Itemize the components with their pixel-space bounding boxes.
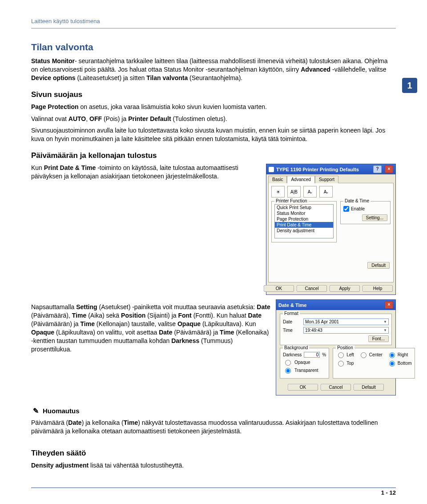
note-icon: ✎ — [31, 406, 40, 415]
date-dropdown[interactable]: Mon.16 Apr 2001▼ — [303, 319, 389, 325]
term-date: Date — [257, 303, 270, 310]
setting-button[interactable]: Setting... — [362, 214, 387, 221]
text: (Läpikuultava). Kun — [201, 320, 256, 327]
transparent-label: Transparent — [294, 368, 318, 373]
apply-button[interactable]: Apply — [330, 285, 360, 292]
transparent-radio[interactable] — [285, 368, 291, 374]
para-tilan-valvonta: Status Monitor- seurantaohjelma tarkkail… — [31, 57, 396, 82]
date-label: Date — [283, 319, 301, 324]
bottom-label: Bottom — [398, 361, 412, 366]
group-label: Printer Function — [274, 198, 309, 203]
list-item[interactable]: Page Protection — [275, 216, 333, 222]
term-off: OFF — [89, 115, 102, 122]
time-value: 19:49:43 — [305, 328, 322, 333]
font-button[interactable]: Font... — [368, 335, 389, 342]
group-background: Background Darkness 0 % Opaque Transpare… — [280, 348, 329, 379]
term-setting: Setting — [76, 303, 97, 310]
text: ) ja kellonaika ( — [82, 419, 124, 426]
list-item[interactable]: Quick Print Setup — [275, 205, 333, 210]
cancel-button[interactable]: Cancel — [297, 285, 327, 292]
darkness-spinner[interactable]: 0 — [304, 352, 320, 358]
dialog-date-time: Date & Time × Format Date Mon.16 Apr 200… — [276, 299, 396, 395]
default-button[interactable]: Default — [354, 384, 384, 391]
text: Napsauttamalla — [31, 303, 76, 310]
tab-advanced[interactable]: Advanced — [287, 176, 314, 183]
text: (Läpikuultava) on valittu, voit asettaa — [54, 329, 159, 336]
right-radio[interactable] — [389, 352, 395, 358]
darkness-label: Darkness — [283, 352, 302, 357]
enable-label: Enable — [351, 206, 365, 211]
note-heading: ✎ Huomautus — [31, 406, 396, 415]
toolbar-icon-2[interactable]: A|B — [287, 186, 301, 198]
chapter-badge: 1 — [402, 78, 417, 93]
text: on asetus, joka varaa lisämuistia koko s… — [79, 103, 267, 110]
ok-button[interactable]: OK — [288, 384, 318, 391]
footer-rule — [31, 488, 396, 488]
left-radio[interactable] — [338, 352, 344, 358]
enable-checkbox[interactable] — [343, 206, 349, 212]
text: -välilehdelle, valitse — [332, 66, 386, 73]
term-auto: AUTO — [68, 115, 86, 122]
para-page-protection-2: Valinnat ovat AUTO, OFF (Pois) ja Printe… — [31, 115, 396, 123]
group-position: Position Left Center Right Top Bottom — [333, 348, 415, 379]
close-title-button[interactable]: × — [385, 301, 393, 309]
text: (Aika) sekä — [86, 312, 121, 319]
dialog-button-row: OK Cancel Apply Help — [268, 282, 394, 293]
top-radio[interactable] — [338, 361, 344, 367]
heading-sivun-suojaus: Sivun suojaus — [31, 90, 396, 99]
default-button[interactable]: Default — [367, 262, 390, 269]
tabs: Basic Advanced Support — [268, 175, 394, 183]
tab-support[interactable]: Support — [315, 176, 338, 183]
help-title-button[interactable]: ? — [373, 165, 382, 173]
tab-panel: ☀ A|B Aᵥ Aᵥ Printer Function Quick Print… — [268, 183, 394, 282]
term-opaque: Opaque — [31, 329, 54, 336]
text: (Laiteasetukset) ja sitten — [76, 74, 147, 81]
cancel-button[interactable]: Cancel — [321, 384, 351, 391]
term-date: Date — [248, 312, 262, 319]
printer-function-listbox[interactable]: Quick Print Setup Status Monitor Page Pr… — [274, 204, 334, 238]
opaque-label: Opaque — [294, 360, 310, 365]
center-label: Center — [369, 352, 383, 357]
header-rule — [31, 28, 396, 28]
center-radio[interactable] — [361, 352, 367, 358]
text: (Fontti). Kun haluat — [192, 312, 248, 319]
text: Valinnat ovat — [31, 115, 68, 122]
term-device-options: Device options — [31, 74, 76, 81]
note-title: Huomautus — [43, 407, 80, 415]
dialog-printing-defaults: TYPE 1190 Printer Printing Defaults ? × … — [266, 164, 396, 295]
toolbar-icon-3[interactable]: Aᵥ — [303, 186, 317, 198]
ok-button[interactable]: OK — [264, 285, 294, 292]
text: (Asetukset) -painiketta voit muuttaa seu… — [97, 303, 257, 310]
term-font: Font — [178, 312, 191, 319]
help-button[interactable]: Help — [363, 285, 393, 292]
term-density-adjustment: Density adjustment — [31, 462, 89, 469]
text: (Päivämäärä), — [31, 312, 72, 319]
dialog-title: TYPE 1190 Printer Printing Defaults — [276, 167, 359, 172]
list-item-selected[interactable]: Print Date & Time — [275, 222, 333, 228]
text: (Seurantaohjelma). — [188, 74, 242, 81]
toolbar-icon-1[interactable]: ☀ — [271, 186, 285, 198]
term-date: Date — [68, 419, 81, 426]
para-page-protection-1: Page Protection on asetus, joka varaa li… — [31, 103, 396, 111]
group-label: Date & Time — [343, 198, 371, 203]
date-value: Mon.16 Apr 2001 — [305, 319, 339, 324]
close-title-button[interactable]: × — [385, 165, 393, 173]
group-label: Background — [283, 345, 309, 350]
list-item[interactable]: Status Monitor — [275, 210, 333, 216]
text: (Sijainti) ja — [145, 312, 178, 319]
term-advanced: Advanced — [301, 66, 330, 73]
time-dropdown[interactable]: 19:49:43▼ — [303, 327, 389, 334]
chevron-down-icon: ▼ — [383, 328, 387, 332]
para-page-protection-3: Sivunsuojaustoiminnon avulla laite luo t… — [31, 126, 396, 143]
term-opaque: Opaque — [177, 320, 201, 327]
para-density: Density adjustment lisää tai vähentää tu… — [31, 461, 396, 470]
text: Kun — [31, 164, 44, 171]
bottom-radio[interactable] — [389, 361, 395, 367]
toolbar-icon-4[interactable]: Aᵥ — [319, 186, 333, 198]
text: (Päivämäärän) ja — [31, 320, 81, 327]
opaque-radio[interactable] — [285, 360, 291, 366]
toolbar: ☀ A|B Aᵥ Aᵥ — [271, 186, 391, 198]
group-format: Format Date Mon.16 Apr 2001▼ Time 19:49:… — [280, 314, 392, 345]
tab-basic[interactable]: Basic — [268, 176, 287, 183]
list-item[interactable]: Density adjustment — [275, 228, 333, 234]
